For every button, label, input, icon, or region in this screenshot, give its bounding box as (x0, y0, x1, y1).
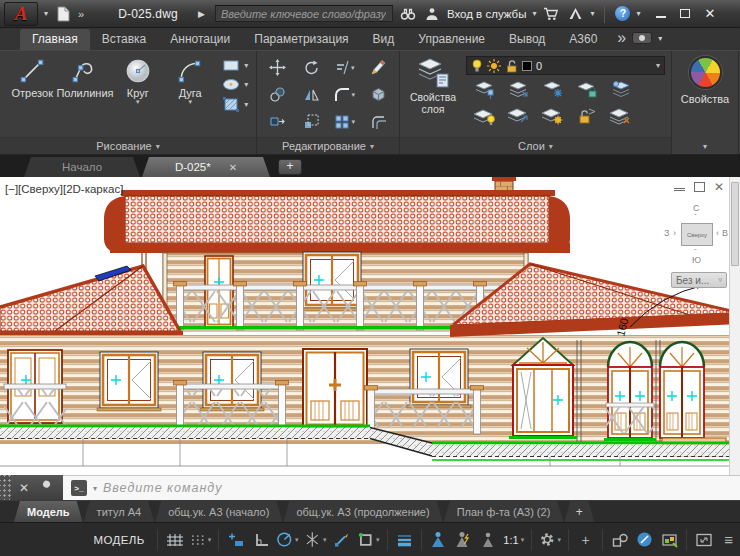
help-caret-icon[interactable]: ▾ (636, 9, 640, 18)
scrollbar-thumb[interactable] (731, 182, 739, 266)
file-tab-close-icon[interactable]: ✕ (229, 162, 237, 173)
viewcube-west[interactable]: З (664, 228, 669, 238)
viewcube-east[interactable]: В (722, 228, 728, 238)
ribbon-tab-parametric[interactable]: Параметризация (242, 29, 360, 50)
ribbon-tab-output[interactable]: Вывод (497, 29, 557, 50)
app-menu-caret-icon[interactable]: ▾ (44, 9, 48, 18)
file-tab-document[interactable]: D-025* ✕ (142, 157, 270, 177)
layer-thaw-button[interactable] (542, 106, 564, 126)
ribbon-display-caret-icon[interactable]: ▾ (658, 34, 662, 43)
search-binoculars-icon[interactable] (399, 5, 417, 23)
layer-dropdown-caret-icon[interactable]: ▾ (656, 63, 660, 69)
annotation-autoscale-toggle[interactable] (452, 527, 475, 553)
layer-change-button[interactable] (508, 106, 530, 126)
command-customize-wrench-icon[interactable] (40, 480, 55, 495)
drawing-area[interactable]: 160 [−][Сверху][2D-каркас] ✕ С ˇ З (0, 177, 740, 475)
graphics-performance-toggle[interactable] (658, 527, 681, 553)
new-drawing-tab-button[interactable]: + (278, 159, 302, 175)
array-button[interactable]: ▾ (334, 114, 355, 130)
ribbon-display-mode-icon[interactable] (632, 32, 652, 44)
snap-mode-toggle[interactable] (224, 527, 247, 553)
command-history-caret-icon[interactable]: ▾ (93, 484, 97, 493)
rotate-button[interactable] (303, 59, 320, 76)
panel-label-modify[interactable]: Редактирование▾ (257, 137, 399, 154)
layer-select-dropdown[interactable]: 0 ▾ (466, 56, 665, 75)
layout-tab-titul-a4[interactable]: титул A4 (84, 501, 155, 522)
trim-button[interactable]: ▾ (335, 60, 355, 75)
command-input[interactable]: >_ ▾ Введите команду (63, 475, 740, 500)
ortho-mode-toggle[interactable] (249, 527, 272, 553)
properties-button[interactable]: Свойства (672, 51, 738, 105)
annotation-scale-value[interactable]: 1:1 ▾ (502, 527, 526, 553)
panel-label-layers[interactable]: Слои▾ (400, 137, 671, 154)
arc-tool-button[interactable]: Дуга ▾ (164, 54, 216, 137)
viewcube[interactable]: С ˇ З › Сверху ‹ В ˆ Ю (664, 203, 730, 267)
close-button[interactable]: ✕ (704, 9, 715, 19)
signin-services-button[interactable]: Вход в службы (447, 8, 527, 20)
workspace-switching[interactable]: ▾ (537, 527, 563, 553)
mirror-button[interactable] (303, 87, 320, 102)
help-icon[interactable]: ? (615, 6, 630, 21)
layer-lock-button[interactable] (576, 80, 598, 100)
viewcube-south[interactable]: Ю (692, 255, 701, 265)
ribbon-tab-view[interactable]: Вид (361, 29, 407, 50)
ribbon-tab-a360[interactable]: A360 (557, 29, 609, 50)
title-play-icon[interactable]: ▶ (198, 9, 205, 19)
new-layout-button[interactable]: + (564, 501, 594, 522)
layout-tab-plan-fta-a3-2[interactable]: План ф-та (A3) (2) (444, 501, 564, 522)
fillet-button[interactable]: ▾ (334, 87, 355, 102)
named-view-dropdown[interactable]: Без и... ▿ (671, 272, 727, 288)
fullscreen-toggle[interactable] (692, 527, 715, 553)
grid-snap-mode-toggle[interactable]: ▾ (188, 527, 213, 553)
signin-caret-icon[interactable]: ▾ (532, 9, 536, 18)
autodesk-apps-icon[interactable] (566, 5, 584, 23)
stretch-button[interactable] (269, 114, 286, 129)
drawing-minimize-icon[interactable] (674, 183, 685, 191)
lineweight-toggle[interactable] (393, 527, 416, 553)
add-status-item-button[interactable]: + (574, 527, 597, 553)
layout-tab-model[interactable]: Модель (14, 501, 83, 522)
circle-flyout-caret-icon[interactable]: ▾ (136, 99, 140, 105)
layer-freeze-button[interactable] (542, 80, 564, 100)
ribbon-more-tabs-icon[interactable]: » (617, 29, 626, 47)
command-close-icon[interactable]: ✕ (19, 481, 29, 495)
layer-merge-button[interactable] (610, 106, 632, 126)
drawing-close-icon[interactable]: ✕ (714, 182, 724, 192)
minimize-button[interactable] (656, 10, 666, 18)
object-snap-tracking-toggle[interactable] (330, 527, 353, 553)
scale-button[interactable] (303, 113, 320, 130)
line-tool-button[interactable]: Отрезок (6, 54, 58, 137)
apps-caret-icon[interactable]: ▾ (590, 9, 594, 18)
ellipse-tool-button[interactable]: ▾ (216, 77, 254, 92)
app-menu-button[interactable]: A (4, 2, 38, 26)
customization-menu-button[interactable]: ≡ (717, 527, 740, 553)
layer-properties-button[interactable]: Свойства слоя (402, 53, 464, 137)
model-space-toggle[interactable]: МОДЕЛЬ (86, 527, 152, 553)
file-tab-start[interactable]: Начало (24, 157, 140, 177)
annotation-scale-person[interactable] (477, 527, 500, 553)
erase-button[interactable] (370, 59, 387, 76)
search-input[interactable]: Введите ключевое слово/фразу (215, 5, 393, 22)
offset-button[interactable] (370, 114, 387, 130)
annotation-visibility-toggle[interactable] (427, 527, 450, 553)
ribbon-tab-annotate[interactable]: Аннотации (158, 29, 242, 50)
command-drag-handle[interactable] (0, 475, 11, 500)
viewport-controls[interactable]: [−][Сверху][2D-каркас] (5, 183, 123, 195)
layer-isolate-button[interactable] (474, 80, 496, 100)
layout-tab-obshuk-a3-nachalo[interactable]: общ.ук. A3 (начало) (155, 501, 282, 522)
isometric-drafting-toggle[interactable]: ▾ (302, 527, 328, 553)
ribbon-tab-manage[interactable]: Управление (406, 29, 497, 50)
maximize-button[interactable] (680, 9, 690, 18)
hatch-tool-button[interactable]: ▾ (216, 96, 254, 113)
copy-button[interactable] (269, 86, 286, 103)
exchange-cart-icon[interactable] (542, 5, 560, 23)
layer-match-button[interactable] (610, 80, 632, 100)
drawing-restore-icon[interactable] (694, 182, 705, 192)
circle-tool-button[interactable]: Круг ▾ (111, 54, 163, 137)
polyline-tool-button[interactable]: Полилиния (58, 54, 111, 137)
new-file-icon[interactable] (54, 5, 72, 23)
panel-label-draw[interactable]: Рисование▾ (0, 137, 256, 154)
viewcube-face-top[interactable]: Сверху (681, 223, 713, 246)
isolate-objects-toggle[interactable] (608, 527, 631, 553)
user-icon[interactable] (423, 5, 441, 23)
